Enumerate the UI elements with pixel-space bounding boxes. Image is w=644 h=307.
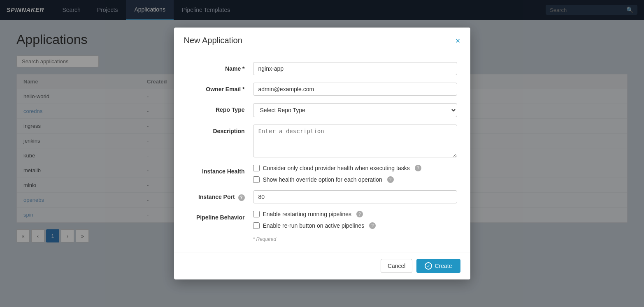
email-label: Owner Email * (187, 83, 253, 92)
description-label: Description (187, 125, 253, 134)
instance-health-checkboxes: Consider only cloud provider health when… (253, 165, 457, 183)
instance-health-option1-text: Consider only cloud provider health when… (263, 165, 410, 171)
pipeline-behavior-option1-label[interactable]: Enable restarting running pipelines ? (253, 211, 457, 217)
modal-body: Name * Owner Email * Repo Type Select Re… (174, 52, 470, 252)
instance-health-help-icon1[interactable]: ? (415, 165, 421, 171)
pipeline-behavior-option1-text: Enable restarting running pipelines (263, 211, 352, 217)
modal-header: New Application × (174, 28, 470, 52)
instance-port-help-icon[interactable]: ? (238, 194, 245, 201)
modal-footer: Cancel ✓ Create (174, 252, 470, 279)
name-input[interactable] (253, 62, 457, 75)
form-row-instance-port: Instance Port ? (187, 190, 457, 203)
pipeline-behavior-label: Pipeline Behavior (187, 211, 253, 221)
pipeline-behavior-help-icon1[interactable]: ? (356, 211, 363, 217)
pipeline-behavior-option2-label[interactable]: Enable re-run button on active pipelines… (253, 222, 457, 229)
instance-health-help-icon2[interactable]: ? (387, 176, 394, 183)
repo-type-label: Repo Type (187, 103, 253, 113)
form-row-email: Owner Email * (187, 83, 457, 96)
description-textarea[interactable] (253, 125, 457, 157)
instance-health-option2-text: Show health override option for each ope… (263, 176, 382, 183)
pipeline-behavior-checkboxes: Enable restarting running pipelines ? En… (253, 211, 457, 229)
pipeline-behavior-help-icon2[interactable]: ? (369, 222, 376, 229)
modal-overlay: New Application × Name * Owner Email * R… (0, 0, 644, 307)
instance-health-checkbox1[interactable] (253, 165, 260, 171)
pipeline-behavior-option2-text: Enable re-run button on active pipelines (263, 222, 365, 229)
instance-health-option1-label[interactable]: Consider only cloud provider health when… (253, 165, 457, 171)
required-note: * Required (187, 236, 457, 242)
instance-port-input[interactable] (253, 190, 457, 203)
repo-type-select[interactable]: Select Repo Type GitHub GitLab Bitbucket (253, 103, 457, 117)
modal-close-button[interactable]: × (456, 37, 460, 45)
form-row-repo-type: Repo Type Select Repo Type GitHub GitLab… (187, 103, 457, 117)
instance-health-checkbox2[interactable] (253, 176, 260, 183)
form-row-instance-health: Instance Health Consider only cloud prov… (187, 165, 457, 183)
cancel-button[interactable]: Cancel (381, 259, 413, 273)
pipeline-behavior-checkbox1[interactable] (253, 211, 260, 217)
email-input[interactable] (253, 83, 457, 96)
name-label: Name * (187, 62, 253, 72)
instance-health-label: Instance Health (187, 165, 253, 175)
create-button-label: Create (435, 263, 452, 269)
check-circle-icon: ✓ (425, 262, 432, 270)
form-row-pipeline-behavior: Pipeline Behavior Enable restarting runn… (187, 211, 457, 229)
modal-title: New Application (184, 36, 242, 45)
instance-health-option2-label[interactable]: Show health override option for each ope… (253, 176, 457, 183)
pipeline-behavior-checkbox2[interactable] (253, 222, 260, 229)
instance-port-label: Instance Port ? (187, 190, 253, 201)
new-application-modal: New Application × Name * Owner Email * R… (174, 28, 470, 279)
form-row-name: Name * (187, 62, 457, 75)
form-row-description: Description (187, 125, 457, 157)
create-button[interactable]: ✓ Create (416, 259, 460, 273)
